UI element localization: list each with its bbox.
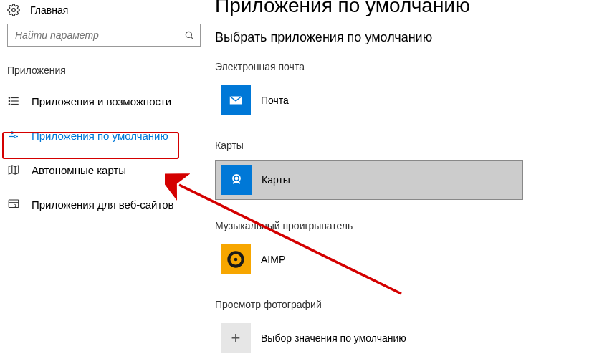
mail-icon: [221, 85, 251, 115]
map-icon: [7, 163, 20, 176]
defaults-icon: [7, 129, 20, 142]
search-input[interactable]: [15, 29, 184, 41]
svg-point-7: [9, 100, 10, 102]
website-icon: [7, 198, 20, 211]
sidebar-item-default-apps[interactable]: Приложения по умолчанию: [0, 120, 208, 150]
home-link[interactable]: Главная: [0, 4, 208, 24]
home-label: Главная: [30, 4, 68, 16]
app-tile-label: Выбор значения по умолчанию: [261, 332, 406, 344]
svg-line-2: [191, 37, 193, 39]
app-tile-aimp[interactable]: AIMP: [215, 240, 523, 279]
sidebar: Главная Приложения Приложения и возможно…: [0, 0, 208, 364]
svg-rect-16: [9, 200, 19, 208]
category-label: Электронная почта: [215, 61, 593, 72]
sidebar-item-label: Приложения и возможности: [32, 95, 171, 107]
sidebar-item-label: Автономные карты: [32, 164, 126, 176]
main-content: Приложения по умолчанию Выбрать приложен…: [208, 0, 607, 364]
svg-point-22: [234, 258, 238, 262]
svg-point-8: [9, 104, 10, 105]
category-maps: Карты Карты: [215, 140, 593, 200]
aimp-icon: [221, 244, 251, 274]
sidebar-item-label: Приложения по умолчанию: [32, 130, 168, 142]
app-tile-maps[interactable]: Карты: [215, 160, 523, 200]
app-tile-label: Почта: [261, 95, 289, 106]
svg-point-19: [236, 178, 238, 180]
list-icon: [7, 95, 20, 107]
plus-icon: +: [221, 323, 251, 353]
category-label: Карты: [215, 140, 593, 151]
svg-point-12: [14, 135, 16, 138]
category-music: Музыкальный проигрыватель AIMP: [215, 220, 593, 279]
sidebar-item-label: Приложения для веб-сайтов: [32, 198, 174, 211]
app-tile-label: Карты: [262, 174, 290, 186]
category-email: Электронная почта Почта: [215, 61, 593, 120]
sidebar-item-offline-maps[interactable]: Автономные карты: [0, 155, 208, 185]
app-tile-mail[interactable]: Почта: [215, 81, 523, 120]
sidebar-section-title: Приложения: [0, 64, 208, 86]
maps-app-icon: [221, 165, 252, 195]
app-tile-choose-default[interactable]: + Выбор значения по умолчанию: [215, 319, 523, 358]
svg-point-0: [12, 9, 16, 12]
sidebar-item-apps-websites[interactable]: Приложения для веб-сайтов: [0, 189, 208, 219]
svg-marker-13: [9, 166, 19, 174]
sidebar-item-apps-features[interactable]: Приложения и возможности: [0, 86, 208, 116]
category-photos: Просмотр фотографий + Выбор значения по …: [215, 299, 593, 358]
app-tile-label: AIMP: [261, 254, 285, 265]
gear-icon: [7, 4, 20, 16]
category-label: Музыкальный проигрыватель: [215, 220, 593, 231]
category-label: Просмотр фотографий: [215, 299, 593, 310]
svg-point-1: [186, 32, 191, 37]
search-box[interactable]: [7, 24, 201, 47]
svg-point-10: [11, 132, 13, 134]
search-icon: [184, 30, 194, 40]
page-title: Приложения по умолчанию: [215, 0, 593, 17]
svg-point-6: [9, 97, 10, 99]
page-subtitle: Выбрать приложения по умолчанию: [215, 30, 593, 45]
